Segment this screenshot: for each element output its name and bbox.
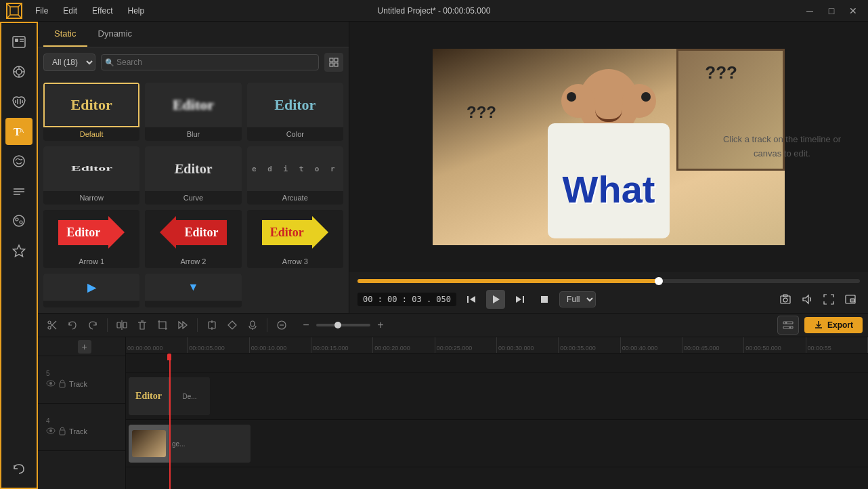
sidebar-item-stickers[interactable] (5, 148, 32, 175)
minimize-button[interactable]: ─ (800, 3, 819, 18)
person-figure (548, 69, 670, 245)
menu-help[interactable]: Help (121, 3, 152, 18)
track-5-clip[interactable]: Editor De... (129, 377, 210, 415)
sidebar-item-media[interactable] (5, 28, 32, 56)
svg-rect-63 (783, 326, 793, 328)
stop-button[interactable] (535, 290, 554, 309)
tile-blur-preview: Editor (145, 83, 241, 127)
next-frame-button[interactable] (511, 290, 529, 309)
sidebar-item-subtitles[interactable] (5, 177, 32, 205)
menu-file[interactable]: File (28, 3, 55, 18)
tl-voice-button[interactable] (244, 316, 261, 334)
search-input[interactable] (101, 54, 319, 70)
left-panel: Static Dynamic All (18) (38, 22, 349, 313)
sidebar-item-star[interactable] (5, 237, 32, 264)
tile-partial-2[interactable]: ▼ (145, 274, 241, 307)
timeline-toolbar: − + Export (38, 313, 868, 337)
tile-blur[interactable]: Editor Blur (145, 83, 241, 141)
sidebar-item-filter[interactable] (5, 207, 32, 234)
tile-arrow2[interactable]: Editor Arrow 2 (145, 210, 241, 268)
audio-button[interactable] (798, 290, 817, 309)
menu-effect[interactable]: Effect (85, 3, 119, 18)
progress-fill (357, 279, 659, 283)
track-4-visibility[interactable] (46, 427, 56, 436)
export-button[interactable]: Export (804, 317, 863, 333)
tl-speed-button[interactable] (174, 316, 192, 334)
tl-crop-button[interactable] (154, 316, 171, 334)
tick-4: 00:00:20.000 (373, 337, 435, 353)
clip-thumbnail-text: Editor (129, 377, 169, 415)
track-5-visibility[interactable] (46, 379, 56, 389)
svg-rect-38 (523, 296, 524, 303)
tl-minus-button[interactable] (273, 316, 290, 334)
ruler-ticks: 00:00:00.000 00:00:05.000 00:00:10.000 0… (126, 337, 868, 353)
tile-arrow3[interactable]: Editor Arrow 3 (247, 210, 343, 268)
stop-icon (540, 295, 549, 304)
canvas-area[interactable]: ??? ??? What Click a track on the timeli… (349, 22, 868, 272)
person-eye-left (567, 92, 576, 102)
tl-freeze-button[interactable] (203, 316, 221, 334)
tab-static[interactable]: Static (43, 22, 87, 47)
tile-arrow1-arrow: Editor (58, 216, 125, 249)
zoom-dropdown[interactable]: Full (559, 291, 596, 307)
track-4-clip[interactable]: ge... (129, 425, 251, 463)
maximize-button[interactable]: □ (822, 3, 841, 18)
progress-bar[interactable] (357, 279, 860, 283)
tile-color-label: Color (247, 127, 343, 141)
fullscreen-button[interactable] (819, 290, 838, 309)
pip-button[interactable] (841, 290, 860, 309)
play-button[interactable] (486, 290, 505, 309)
tile-arrow3-label: Arrow 3 (247, 255, 343, 268)
svg-marker-53 (179, 322, 183, 328)
tile-arcuate[interactable]: e d i t o r Arcuate (247, 146, 343, 205)
sidebar-item-audio[interactable] (5, 88, 32, 115)
menu-edit[interactable]: Edit (56, 3, 84, 18)
filter-dropdown[interactable]: All (18) (43, 54, 95, 71)
tl-split-button[interactable] (113, 316, 131, 334)
audio-icon (802, 294, 812, 305)
track-4-lock[interactable] (58, 426, 66, 438)
tl-marker-button[interactable] (223, 316, 241, 334)
tile-curve[interactable]: Editor Curve (145, 146, 241, 205)
tile-arrow3-arrow: Editor (262, 216, 328, 249)
tile-default-preview: Editor (43, 83, 139, 127)
zoom-minus-button[interactable]: − (299, 318, 313, 333)
sidebar-item-effects[interactable] (5, 58, 32, 85)
window-title: Untitled Project* - 00:00:05.000 (378, 6, 491, 16)
preview-panel: ??? ??? What Click a track on the timeli… (349, 22, 868, 313)
tile-default[interactable]: Editor Default (43, 83, 139, 141)
panel-toolbar: All (18) (38, 47, 349, 77)
tile-arrow1[interactable]: Editor Arrow 1 (43, 210, 139, 268)
screenshot-button[interactable] (776, 290, 795, 309)
track-5-lock[interactable] (58, 379, 66, 390)
settings-button[interactable] (777, 316, 799, 335)
tab-dynamic[interactable]: Dynamic (87, 22, 144, 47)
tile-partial-1[interactable]: ▶ (43, 274, 139, 307)
tile-narrow[interactable]: Editor Narrow (43, 146, 139, 205)
window-buttons: ─ □ ✕ (800, 3, 863, 18)
sidebar-item-text[interactable]: T A (5, 118, 32, 145)
tick-5: 00:00:25.000 (435, 337, 497, 353)
zoom-plus-button[interactable]: + (373, 318, 388, 333)
svg-rect-30 (330, 58, 333, 62)
prev-frame-button[interactable] (462, 290, 481, 309)
tl-redo-button[interactable] (84, 316, 102, 334)
tl-cut-button[interactable] (43, 316, 61, 334)
add-track-button[interactable]: + (78, 340, 91, 354)
zoom-slider[interactable] (316, 324, 370, 326)
tile-arrow2-preview: Editor (145, 210, 241, 255)
media-icon (12, 35, 26, 49)
svg-rect-73 (60, 430, 65, 435)
tile-color-text: Editor (274, 96, 316, 114)
tick-9: 00:00:45.000 (682, 337, 744, 353)
tile-color[interactable]: Editor Color (247, 83, 343, 141)
zoom-control: − + (299, 318, 388, 333)
svg-point-28 (20, 221, 22, 224)
freeze-icon (207, 320, 217, 331)
sidebar-item-undo[interactable] (5, 455, 32, 482)
close-button[interactable]: ✕ (844, 3, 863, 18)
progress-thumb[interactable] (655, 277, 663, 285)
tl-undo-button[interactable] (64, 316, 81, 334)
tl-delete-button[interactable] (133, 316, 151, 334)
grid-view-button[interactable] (324, 53, 343, 72)
